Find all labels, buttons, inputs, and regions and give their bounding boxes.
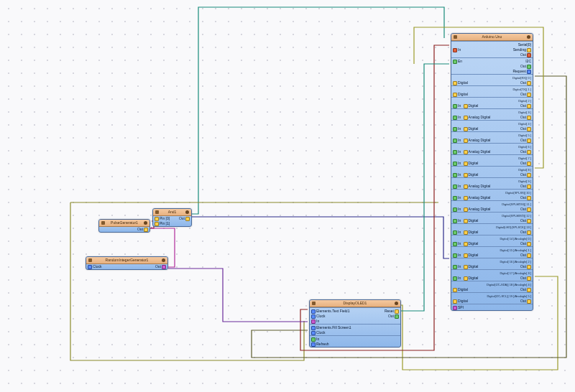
wrench-icon[interactable] <box>185 210 189 214</box>
pin-in[interactable] <box>453 127 457 131</box>
pin-digital[interactable] <box>464 207 468 212</box>
pin-out2[interactable] <box>527 65 531 69</box>
pin-spi[interactable] <box>453 306 457 310</box>
digital-label: Analog Digital <box>469 138 491 143</box>
pin-out[interactable] <box>395 314 399 319</box>
pin-in[interactable] <box>453 207 457 212</box>
pin-in[interactable] <box>453 265 457 269</box>
pin-digital[interactable] <box>464 139 468 143</box>
pin-digital[interactable] <box>453 81 457 85</box>
pin-out[interactable] <box>527 288 531 292</box>
pin-out[interactable] <box>527 150 531 154</box>
pin-in[interactable] <box>453 104 457 108</box>
pin-out[interactable] <box>527 253 531 258</box>
pin-digital[interactable] <box>464 219 468 223</box>
pin-request[interactable] <box>527 70 531 74</box>
wrench-icon[interactable] <box>162 258 165 262</box>
refresh-label: Refresh <box>316 342 329 347</box>
pin-digital[interactable] <box>464 173 468 177</box>
pin-out-label: Out <box>137 227 143 232</box>
pin-out[interactable] <box>527 196 531 200</box>
node-and[interactable]: And1 Pin [0] Out Pin [1] <box>152 208 192 227</box>
wrench-icon[interactable] <box>144 221 147 225</box>
in-label: In <box>458 115 461 120</box>
pin-out[interactable] <box>527 139 531 143</box>
pin-out[interactable] <box>527 219 531 223</box>
pin-out[interactable] <box>527 265 531 269</box>
pin-fill-in[interactable] <box>311 326 316 330</box>
pin-out[interactable] <box>527 276 531 281</box>
pin-in[interactable] <box>453 173 457 177</box>
pin-digital[interactable] <box>464 162 468 166</box>
pin-in2[interactable] <box>311 319 316 324</box>
pin-out[interactable] <box>527 81 531 85</box>
digital-label: Digital <box>469 230 479 235</box>
pin-digital[interactable] <box>464 185 468 189</box>
pin-in[interactable] <box>453 185 457 189</box>
pin-in[interactable] <box>453 116 457 120</box>
pin-en[interactable] <box>453 60 457 64</box>
in-label: In <box>458 218 461 223</box>
pin-in[interactable] <box>453 276 457 281</box>
pin-in[interactable] <box>311 309 316 314</box>
pin-out[interactable] <box>527 104 531 108</box>
out-label: Out <box>520 149 526 154</box>
pin-out[interactable] <box>162 265 166 269</box>
pin-digital[interactable] <box>464 230 468 235</box>
pin-digital[interactable] <box>453 299 457 304</box>
node-arduino-uno[interactable]: Arduino Uno Serial[0] In Sending Out En … <box>451 33 533 311</box>
pin-out[interactable] <box>527 173 531 177</box>
node-pulse-generator[interactable]: PulseGenerator1 Out <box>98 219 150 233</box>
pin-digital[interactable] <box>464 196 468 200</box>
pin-reset[interactable] <box>395 309 399 314</box>
pin-digital[interactable] <box>453 93 457 97</box>
pin-in[interactable] <box>453 253 457 258</box>
pin-out[interactable] <box>527 185 531 189</box>
pin-main-in[interactable] <box>311 337 316 342</box>
pin-out[interactable] <box>527 299 531 304</box>
pin-out[interactable] <box>144 228 148 232</box>
out-label: Out <box>520 161 526 166</box>
wrench-icon[interactable] <box>395 302 398 305</box>
pin-in[interactable] <box>453 219 457 223</box>
pin-digital[interactable] <box>464 276 468 281</box>
pin-digital[interactable] <box>464 104 468 108</box>
pin-in1[interactable] <box>155 222 159 226</box>
pin-digital[interactable] <box>464 127 468 131</box>
pin-out[interactable] <box>527 242 531 246</box>
wrench-icon[interactable] <box>527 35 530 39</box>
pin-out[interactable] <box>527 162 531 166</box>
pin-in[interactable] <box>453 230 457 235</box>
pin-in[interactable] <box>453 242 457 246</box>
pin-clock[interactable] <box>88 265 92 269</box>
pin-clock2[interactable] <box>311 331 316 335</box>
pin-out[interactable] <box>527 93 531 97</box>
pin-out[interactable] <box>527 230 531 235</box>
pin-in[interactable] <box>453 150 457 154</box>
pin-out[interactable] <box>527 207 531 212</box>
pin-digital[interactable] <box>464 265 468 269</box>
pin-in[interactable] <box>453 162 457 166</box>
pin-digital[interactable] <box>464 242 468 246</box>
pin-in[interactable] <box>453 48 457 52</box>
pin-digital[interactable] <box>464 116 468 120</box>
pin-in[interactable] <box>453 196 457 200</box>
pin-clock[interactable] <box>311 314 316 319</box>
pin-out[interactable] <box>527 116 531 120</box>
pin-sending[interactable] <box>527 48 531 52</box>
node-display-oled[interactable]: DisplayOLED1 Elements.Text Field1 Reset … <box>309 299 401 347</box>
pin-digital[interactable] <box>464 253 468 258</box>
pin-out[interactable] <box>527 127 531 131</box>
node-title: DisplayOLED1 <box>310 300 400 307</box>
pin-digital[interactable] <box>464 150 468 154</box>
pin-refresh[interactable] <box>311 342 316 347</box>
pin-label: Pin [0] <box>160 216 170 221</box>
node-random-integer[interactable]: RandomIntegerGenerator1 Clock Out <box>86 256 168 270</box>
pin-in[interactable] <box>453 139 457 143</box>
pin-in0[interactable] <box>155 217 159 221</box>
pin-digital[interactable] <box>453 288 457 292</box>
pin-out[interactable] <box>527 53 531 57</box>
pin-out[interactable] <box>185 217 190 221</box>
out-label: Out <box>520 138 526 143</box>
digital-name: Digital[ 17 ]/AnalogIn[ 3 ] <box>500 271 531 276</box>
